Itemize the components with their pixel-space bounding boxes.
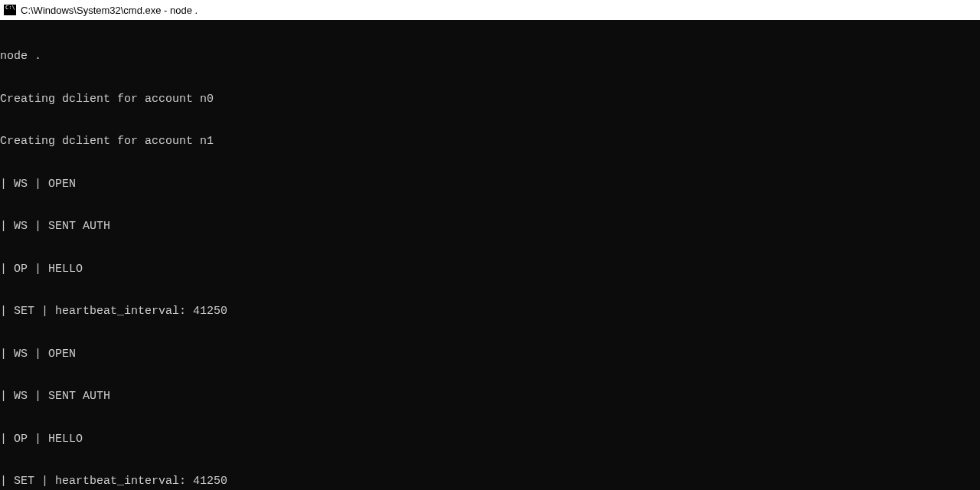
cmd-icon: [4, 5, 16, 15]
terminal-line: Creating dclient for account n1: [0, 135, 980, 149]
window-titlebar[interactable]: C:\Windows\System32\cmd.exe - node .: [0, 0, 980, 20]
terminal-line: Creating dclient for account n0: [0, 93, 980, 107]
terminal-line: | OP | HELLO: [0, 433, 980, 447]
terminal-line: | SET | heartbeat_interval: 41250: [0, 475, 980, 489]
terminal-line: | OP | HELLO: [0, 263, 980, 277]
terminal-line: | WS | SENT AUTH: [0, 220, 980, 234]
terminal-line: | WS | OPEN: [0, 178, 980, 192]
terminal-line: | SET | heartbeat_interval: 41250: [0, 305, 980, 319]
terminal-line: | WS | OPEN: [0, 348, 980, 362]
terminal-line: | WS | SENT AUTH: [0, 390, 980, 404]
window-title: C:\Windows\System32\cmd.exe - node .: [21, 5, 198, 16]
terminal-line: node .: [0, 50, 980, 64]
terminal-output: node . Creating dclient for account n0 C…: [0, 20, 980, 490]
